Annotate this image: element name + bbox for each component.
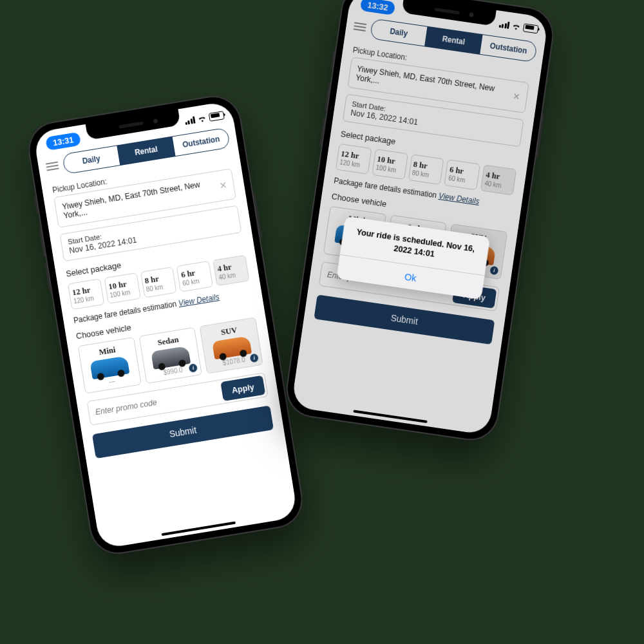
package-8hr[interactable]: 8 hr80 km	[140, 267, 177, 298]
car-icon	[90, 355, 130, 379]
package-10hr[interactable]: 10 hr100 km	[104, 272, 140, 304]
submit-button[interactable]: Submit	[92, 406, 274, 459]
wifi-icon	[197, 114, 207, 122]
phone-right: 13:32 Daily Rental Outstation Pickup Loc…	[283, 0, 557, 444]
modal-backdrop	[291, 0, 549, 435]
apply-button[interactable]: Apply	[452, 283, 497, 308]
home-indicator	[162, 522, 236, 536]
vehicle-suv[interactable]: SUV$1078.0 i	[200, 317, 263, 374]
vehicle-sedan[interactable]: Sedan$990.0 i	[138, 327, 202, 384]
package-4hr[interactable]: 4 hr40 km	[213, 255, 249, 287]
info-icon[interactable]: i	[429, 257, 438, 267]
signal-icon	[498, 20, 509, 28]
clear-icon[interactable]: ✕	[219, 180, 228, 191]
view-details-link[interactable]: View Details	[178, 292, 220, 308]
vehicle-suv[interactable]: SUV$1078.0 i	[445, 223, 507, 279]
package-4hr[interactable]: 4 hr40 km	[480, 165, 516, 196]
battery-icon	[523, 23, 539, 33]
signal-icon	[184, 116, 196, 124]
apply-button[interactable]: Apply	[220, 375, 265, 401]
package-12hr[interactable]: 12 hr120 km	[68, 278, 104, 310]
info-icon[interactable]: i	[489, 266, 498, 276]
wifi-icon	[511, 22, 522, 30]
view-details-link[interactable]: View Details	[438, 191, 480, 206]
vehicle-mini[interactable]: Mini---	[78, 337, 142, 393]
battery-icon	[209, 111, 225, 122]
package-6hr[interactable]: 6 hr60 km	[444, 159, 480, 190]
clear-icon[interactable]: ✕	[512, 91, 520, 102]
status-time: 13:31	[45, 131, 81, 150]
phone-left: 13:31 Daily Rental Outstation Pickup Loc…	[24, 91, 307, 558]
tab-outstation[interactable]: Outstation	[479, 35, 536, 62]
package-6hr[interactable]: 6 hr60 km	[176, 261, 213, 292]
tab-rental[interactable]: Rental	[117, 137, 175, 166]
tab-daily[interactable]: Daily	[62, 146, 120, 174]
menu-icon[interactable]	[46, 162, 59, 171]
car-icon	[456, 242, 495, 265]
